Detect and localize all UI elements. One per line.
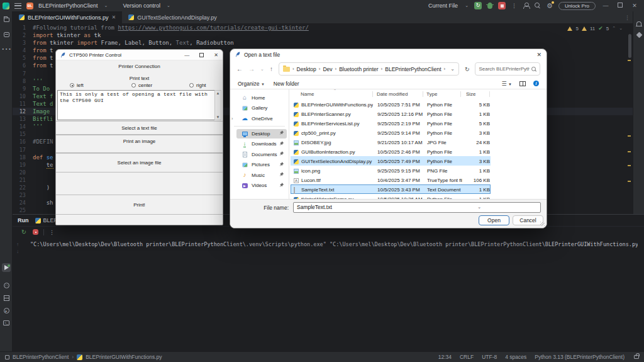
- stop-icon[interactable]: [33, 229, 38, 235]
- file-row[interactable]: DISOBEY.jpg9/21/2025 10:17 AMJPG File24 …: [291, 137, 491, 147]
- services-tool-icon[interactable]: ▸: [2, 306, 11, 315]
- python-packages-icon[interactable]: [2, 293, 11, 302]
- column-date[interactable]: Date modified: [377, 91, 408, 97]
- select-image-file-button[interactable]: Select an image file: [56, 153, 223, 173]
- editor-scrollbar[interactable]: [628, 34, 631, 58]
- rerun-button[interactable]: ↻: [474, 2, 482, 9]
- code-line[interactable]: import tkinter as tk: [30, 31, 633, 39]
- breadcrumb[interactable]: ›Desktop›Dev›Bluetooth printer›BLEPrinte…: [279, 62, 459, 76]
- resize-grip[interactable]: [540, 222, 545, 226]
- more-tools-icon[interactable]: ⋯: [2, 44, 11, 53]
- minimize-button[interactable]: —: [601, 3, 610, 9]
- select-text-file-button[interactable]: Select a text file: [56, 121, 223, 135]
- recent-locations-icon[interactable]: ⌄: [260, 67, 264, 72]
- file-row[interactable]: icon.png9/25/2025 9:15 PMPNG File1 KB: [291, 166, 491, 175]
- preview-pane-icon[interactable]: [519, 81, 526, 86]
- column-size[interactable]: Size: [466, 91, 476, 97]
- warning-marker[interactable]: [628, 151, 631, 152]
- warning-marker[interactable]: [628, 181, 631, 182]
- project-name[interactable]: BLEPrinterPythonClient: [38, 3, 98, 9]
- main-menu-icon[interactable]: [14, 3, 21, 9]
- new-folder-button[interactable]: New folder: [274, 81, 299, 87]
- print-button[interactable]: Print!: [56, 195, 223, 215]
- file-row[interactable]: GUIButtonInteraction.py10/5/2025 2:46 PM…: [291, 147, 491, 156]
- dialog-titlebar[interactable]: Open a text file ✕: [230, 49, 547, 60]
- python-console-icon[interactable]: ◠: [2, 281, 11, 290]
- breadcrumb-item[interactable]: Desktop: [297, 66, 316, 72]
- warning-marker[interactable]: [628, 135, 631, 137]
- breadcrumb-item[interactable]: BLEPrinterPythonClient: [385, 66, 441, 72]
- add-user-icon[interactable]: [523, 3, 529, 9]
- sidebar-item-gallery[interactable]: Gallery: [236, 103, 287, 113]
- open-button[interactable]: Open: [479, 215, 509, 225]
- radio-right[interactable]: right: [189, 82, 206, 88]
- column-name[interactable]: Name: [301, 91, 314, 97]
- address-dropdown-icon[interactable]: ⌄: [450, 66, 455, 72]
- run-panel-title[interactable]: Run: [18, 217, 29, 223]
- file-row[interactable]: SampleText.txt10/5/2025 3:43 PMText Docu…: [291, 184, 491, 194]
- notifications-icon[interactable]: [635, 19, 643, 28]
- project-tool-icon[interactable]: [2, 15, 11, 24]
- stop-button[interactable]: [498, 2, 506, 9]
- sidebar-item-desktop[interactable]: Desktop: [236, 129, 287, 139]
- view-mode-button[interactable]: ☰ ▼: [502, 81, 512, 87]
- file-row[interactable]: tkInterWidgetsDemo.py10/5/2025 10:36 AMP…: [291, 194, 491, 199]
- status-file[interactable]: BLEPrinterGUIWithFunctions.py: [86, 354, 162, 360]
- breadcrumb-item[interactable]: Bluetooth printer: [339, 66, 378, 72]
- tab-guitextselection[interactable]: GUITextSelectionAndDisplay.py: [122, 11, 223, 23]
- status-item[interactable]: UTF-8: [482, 354, 497, 360]
- tab-close-icon[interactable]: ✕: [112, 14, 116, 20]
- back-icon[interactable]: ←: [236, 65, 243, 72]
- terminal-tool-icon[interactable]: >_: [2, 319, 11, 327]
- up-icon[interactable]: ↑: [270, 65, 273, 72]
- status-project[interactable]: BLEPrinterPythonClient: [13, 354, 69, 360]
- debug-button[interactable]: [487, 3, 492, 9]
- inspections-widget[interactable]: 5 11 ✔ 5 ⌃ ⌄: [567, 25, 623, 31]
- settings-gear-icon[interactable]: ⚙: [547, 3, 553, 9]
- sidebar-item-downloads[interactable]: ↓Downloads: [236, 139, 287, 149]
- file-row[interactable]: ctp500_print.py9/25/2025 9:14 PMPython F…: [291, 128, 491, 137]
- column-type[interactable]: Type: [426, 91, 437, 97]
- warning-marker[interactable]: [628, 165, 631, 166]
- file-row[interactable]: GUITextSelectionAndDisplay.py10/5/2025 7…: [291, 156, 491, 166]
- refresh-icon[interactable]: ↻: [465, 66, 470, 72]
- radio-left[interactable]: left: [70, 82, 84, 88]
- vcs-widget[interactable]: Version control: [123, 3, 160, 9]
- tab-bleprintergui[interactable]: BLEPrinterGUIWithFunctions.py ✕: [13, 11, 122, 23]
- prev-problem-icon[interactable]: ⌃: [612, 26, 616, 31]
- radio-center[interactable]: center: [131, 82, 152, 88]
- dialog-close-icon[interactable]: ✕: [536, 52, 541, 58]
- rerun-icon[interactable]: ↻: [20, 229, 28, 236]
- run-tool-icon[interactable]: [2, 263, 11, 272]
- structure-tool-icon[interactable]: [2, 30, 11, 39]
- forward-icon[interactable]: →: [248, 65, 255, 72]
- tk-close-button[interactable]: ✕: [214, 52, 218, 58]
- sidebar-item-onedrive[interactable]: ›☁OneDrive: [236, 114, 287, 123]
- file-row[interactable]: BLEPrinterScanner.py9/25/2025 12:16 PMPy…: [291, 109, 491, 118]
- search-box[interactable]: Search BLEPrinterPythonCli...: [475, 62, 540, 76]
- sidebar-item-pictures[interactable]: Pictures: [236, 160, 287, 169]
- project-badge-icon[interactable]: BL: [26, 3, 33, 9]
- breadcrumb-item[interactable]: Dev: [323, 66, 332, 72]
- expand-chevron-icon[interactable]: ›: [231, 116, 233, 121]
- run-config-selector[interactable]: Current File: [428, 3, 458, 9]
- status-item[interactable]: Python 3.13 (BLEPrinterPythonClient): [535, 354, 625, 360]
- maximize-button[interactable]: [616, 3, 625, 9]
- run-options-icon[interactable]: ⋮: [49, 229, 55, 235]
- status-item[interactable]: CRLF: [460, 354, 474, 360]
- sidebar-item-videos[interactable]: ▶Videos: [236, 181, 287, 190]
- cancel-button[interactable]: Cancel: [513, 215, 543, 225]
- sidebar-item-music[interactable]: ♪Music: [236, 171, 287, 180]
- tk-maximize-button[interactable]: [199, 53, 204, 57]
- lock-icon[interactable]: [634, 355, 639, 359]
- status-item[interactable]: 12:34: [438, 354, 452, 360]
- project-widget-icon[interactable]: [5, 355, 9, 359]
- file-row[interactable]: BLEPrinterServicesList.py9/25/2025 2:19 …: [291, 118, 491, 128]
- tab-options-icon[interactable]: ⋮: [625, 14, 633, 21]
- text-file-content-area[interactable]: This is only a test of opening a text fi…: [57, 90, 221, 120]
- status-item[interactable]: 4 spaces: [505, 354, 526, 360]
- console-output[interactable]: "C:\Users\mel\Desktop\Dev\Bluetooth prin…: [30, 241, 638, 247]
- sidebar-item-documents[interactable]: Documents: [236, 150, 287, 159]
- console-scroll-arrows[interactable]: ↑↓: [16, 241, 19, 255]
- help-info-icon[interactable]: i: [533, 81, 539, 86]
